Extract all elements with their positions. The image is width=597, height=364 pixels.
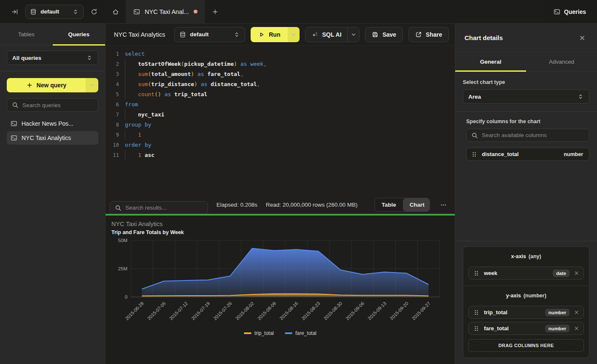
sidebar-tab-queries[interactable]: Queries <box>53 24 105 45</box>
line-number: 5 <box>105 89 119 100</box>
chart-type-select[interactable]: Area <box>463 89 589 104</box>
share-button[interactable]: Share <box>408 27 449 42</box>
svg-text:2015-08-09: 2015-08-09 <box>257 300 277 321</box>
run-options-button[interactable] <box>288 27 300 42</box>
query-tab-title: NYC Taxi Anal... <box>145 8 189 15</box>
toolbar-database-value: default <box>190 31 230 38</box>
query-tab[interactable]: NYC Taxi Anal... <box>126 0 205 23</box>
svg-text:2015-07-26: 2015-07-26 <box>212 300 232 321</box>
line-number: 2 <box>105 59 119 69</box>
svg-text:2015-09-13: 2015-09-13 <box>367 300 387 321</box>
drag-columns-dropzone[interactable]: DRAG COLUMNS HERE <box>468 339 584 352</box>
left-sidebar: TablesQueries All queries New query <box>0 24 105 364</box>
sidebar-tab-tables[interactable]: Tables <box>0 24 53 45</box>
remove-column-icon[interactable] <box>574 310 579 315</box>
svg-text:2015-08-16: 2015-08-16 <box>278 300 299 321</box>
svg-text:25M: 25M <box>118 266 127 271</box>
remove-column-icon[interactable] <box>574 326 579 331</box>
svg-text:2015-06-28: 2015-06-28 <box>124 300 144 321</box>
topbar-database-selector[interactable]: default <box>25 5 84 19</box>
database-icon <box>30 8 37 15</box>
view-toggle-table[interactable]: Table <box>375 198 403 211</box>
queries-shortcut[interactable]: Queries <box>543 0 597 23</box>
line-number: 3 <box>105 69 119 79</box>
column-chip-fare_total[interactable]: fare_totalnumber <box>468 322 584 335</box>
chart-type-label: Select chart type <box>463 79 589 85</box>
drag-handle-icon[interactable] <box>473 325 480 332</box>
search-queries-input[interactable] <box>22 102 97 108</box>
line-number: 9 <box>105 130 119 140</box>
updown-chevron-icon <box>577 93 584 100</box>
area-chart-svg: 025M50M2015-06-282015-07-052015-07-12201… <box>111 237 450 328</box>
console-icon <box>554 8 560 15</box>
app-window: default NYC Taxi Anal... Queries TablesQ… <box>0 0 597 364</box>
results-search <box>110 201 208 214</box>
column-name: trip_total <box>484 309 541 315</box>
unsaved-changes-dot <box>194 10 197 13</box>
column-chip-trip_total[interactable]: trip_totalnumber <box>468 306 584 319</box>
code-line: 111 asc <box>105 150 455 160</box>
query-list: Hacker News Pos...NYC Taxi Analytics <box>7 117 98 145</box>
query-item-label: Hacker News Pos... <box>22 120 73 127</box>
query-item-label: NYC Taxi Analytics <box>22 135 71 141</box>
legend-item-fare_total[interactable]: fare_total <box>285 330 316 336</box>
save-button[interactable]: Save <box>365 27 403 42</box>
toolbar-database-selector[interactable]: default <box>174 27 245 42</box>
axes-divider <box>455 241 597 241</box>
code-line: 91 <box>105 130 455 140</box>
search-results-input[interactable] <box>125 205 203 211</box>
play-icon <box>258 31 265 38</box>
more-icon <box>440 202 447 208</box>
collapse-sidebar-button[interactable] <box>9 6 20 17</box>
x-axis-section: x-axis(any) weekdate <box>463 247 589 286</box>
column-chip-week[interactable]: weekdate <box>468 267 584 280</box>
run-button-group: Run <box>251 27 300 42</box>
column-chip-distance_total[interactable]: distance_totalnumber <box>466 148 589 161</box>
query-list-item[interactable]: Hacker News Pos... <box>7 117 98 130</box>
column-type-badge: number <box>545 309 570 316</box>
close-panel-button[interactable] <box>577 32 588 43</box>
view-toggle-chart[interactable]: Chart <box>403 198 430 211</box>
line-number: 1 <box>105 49 119 59</box>
query-filter-value: All queries <box>12 55 83 61</box>
line-number: 7 <box>105 110 119 120</box>
new-query-dropdown-button[interactable] <box>86 78 98 92</box>
refresh-button[interactable] <box>89 6 100 17</box>
share-button-label: Share <box>426 31 442 38</box>
new-query-button[interactable]: New query <box>7 78 98 92</box>
search-icon <box>12 102 19 108</box>
run-button-label: Run <box>269 31 280 38</box>
more-options-button[interactable] <box>438 200 449 210</box>
sql-ai-options-button[interactable] <box>347 27 359 42</box>
new-tab-button[interactable] <box>205 0 225 23</box>
chevron-down-icon <box>290 31 297 38</box>
search-columns-input[interactable] <box>482 132 584 138</box>
remove-column-icon[interactable] <box>574 270 579 276</box>
panel-tab-general[interactable]: General <box>455 52 526 71</box>
run-button[interactable]: Run <box>251 27 288 42</box>
column-name: week <box>484 270 548 276</box>
code-line: 7nyc_taxi <box>105 110 455 120</box>
code-line: 5count() as trip_total <box>105 89 455 100</box>
chart-title: NYC Taxi Analytics <box>111 221 450 227</box>
legend-item-trip_total[interactable]: trip_total <box>244 330 274 336</box>
database-icon <box>179 31 186 38</box>
query-filter-select[interactable]: All queries <box>7 51 98 65</box>
query-list-item[interactable]: NYC Taxi Analytics <box>7 131 98 145</box>
x-axis-hint: (any) <box>529 253 541 259</box>
sql-editor[interactable]: 1select2toStartOfWeek(pickup_datetime) a… <box>105 46 455 196</box>
results-toolbar: Elapsed: 0.208s Read: 20,000,000 rows (2… <box>105 196 455 214</box>
drag-handle-icon[interactable] <box>473 270 480 277</box>
line-number: 4 <box>105 79 119 89</box>
sql-ai-button[interactable]: SQL AI <box>305 27 347 42</box>
query-title: NYC Taxi Analytics <box>114 31 174 38</box>
rows-read: Read: 20,000,000 rows (260.00 MB) <box>266 202 358 208</box>
home-tab-button[interactable] <box>105 0 126 23</box>
query-toolbar: NYC Taxi Analytics default Run <box>105 24 455 46</box>
panel-tab-advanced[interactable]: Advanced <box>526 52 597 71</box>
drag-handle-icon[interactable] <box>471 151 478 158</box>
column-name: fare_total <box>484 325 541 332</box>
save-icon <box>372 31 378 38</box>
panel-body: Select chart type Area Specify columns f… <box>455 72 597 364</box>
drag-handle-icon[interactable] <box>473 309 480 316</box>
